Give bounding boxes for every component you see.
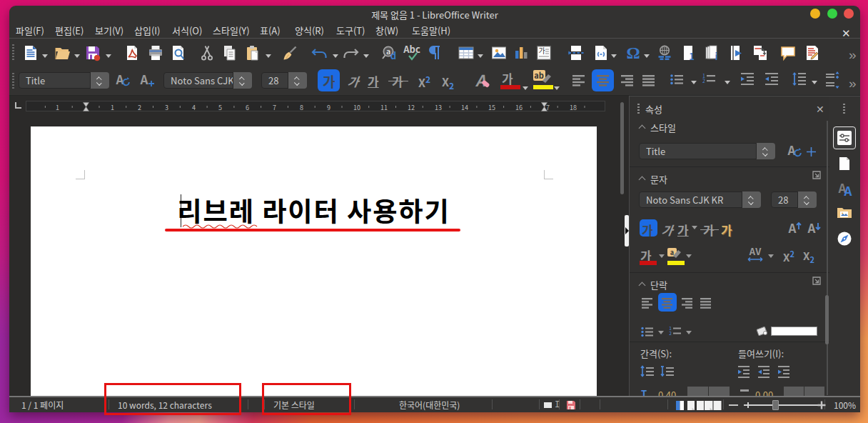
svg-text:Abc: Abc (403, 42, 420, 56)
svg-text:AV: AV (749, 244, 762, 258)
svg-text:A: A (788, 219, 797, 237)
svg-text:A: A (807, 219, 816, 237)
svg-text:가: 가 (538, 45, 545, 56)
svg-text:A: A (475, 68, 486, 91)
svg-text:ab: ab (534, 69, 544, 81)
svg-text:d: d (390, 49, 396, 62)
svg-text:A: A (787, 141, 796, 159)
svg-text:Ω: Ω (626, 44, 640, 62)
svg-text:A: A (844, 181, 852, 199)
svg-text:2: 2 (702, 77, 705, 84)
svg-text:A: A (140, 70, 148, 88)
svg-text:1: 1 (689, 49, 695, 63)
svg-text:i: i (715, 49, 718, 63)
svg-text:2: 2 (669, 329, 672, 337)
svg-text:A: A (116, 70, 124, 88)
